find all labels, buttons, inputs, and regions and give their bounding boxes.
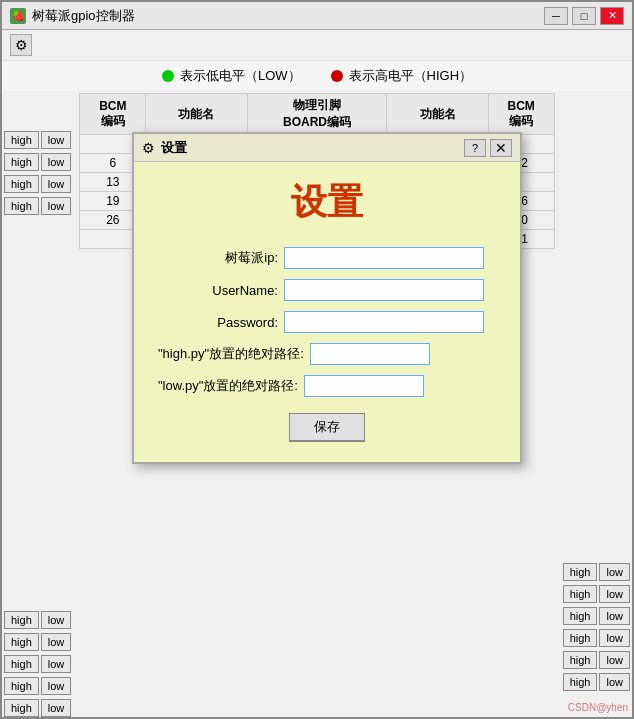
- high-button-left-6[interactable]: high: [4, 633, 39, 651]
- high-indicator-label: 表示高电平（HIGH）: [349, 67, 473, 85]
- high-button-right-2[interactable]: high: [563, 585, 598, 603]
- header-bcm-right: BCM编码: [488, 94, 554, 135]
- high-button-left-5[interactable]: high: [4, 611, 39, 629]
- ip-label: 树莓派ip:: [158, 249, 278, 267]
- save-button-row: 保存: [158, 413, 496, 442]
- high-button-left-8[interactable]: high: [4, 677, 39, 695]
- high-indicator: 表示高电平（HIGH）: [331, 67, 473, 85]
- low-button-left-1[interactable]: low: [41, 131, 72, 149]
- header-board: 物理引脚BOARD编码: [247, 94, 387, 135]
- low-button-left-3[interactable]: low: [41, 175, 72, 193]
- dialog-body: 设置 树莓派ip: UserName: Password: "high.py"放…: [134, 162, 520, 462]
- low-button-left-5[interactable]: low: [41, 611, 72, 629]
- dialog-help-button[interactable]: ?: [464, 139, 486, 157]
- username-input[interactable]: [284, 279, 484, 301]
- form-row-low-path: "low.py"放置的绝对路径:: [158, 375, 496, 397]
- dialog-title: 设置: [161, 139, 464, 157]
- low-button-right-4[interactable]: low: [599, 629, 630, 647]
- high-button-left-2[interactable]: high: [4, 153, 39, 171]
- low-indicator-label: 表示低电平（LOW）: [180, 67, 301, 85]
- high-button-right-6[interactable]: high: [563, 673, 598, 691]
- high-button-right-5[interactable]: high: [563, 651, 598, 669]
- low-button-right-5[interactable]: low: [599, 651, 630, 669]
- title-bar: 🍓 树莓派gpio控制器 ─ □ ✕: [2, 2, 632, 30]
- maximize-button[interactable]: □: [572, 7, 596, 25]
- password-label: Password:: [158, 315, 278, 330]
- high-button-left-7[interactable]: high: [4, 655, 39, 673]
- header-bcm-left: BCM编码: [80, 94, 146, 135]
- window-controls: ─ □ ✕: [544, 7, 624, 25]
- save-button[interactable]: 保存: [289, 413, 365, 442]
- low-button-right-3[interactable]: low: [599, 607, 630, 625]
- dialog-gear-icon: ⚙: [142, 140, 155, 156]
- window-title: 树莓派gpio控制器: [32, 7, 544, 25]
- username-label: UserName:: [158, 283, 278, 298]
- indicator-row: 表示低电平（LOW） 表示高电平（HIGH）: [2, 61, 632, 91]
- close-button[interactable]: ✕: [600, 7, 624, 25]
- dialog-close-button[interactable]: ✕: [490, 139, 512, 157]
- form-row-username: UserName:: [158, 279, 496, 301]
- ip-input[interactable]: [284, 247, 484, 269]
- low-button-right-1[interactable]: low: [599, 563, 630, 581]
- password-input[interactable]: [284, 311, 484, 333]
- low-button-left-2[interactable]: low: [41, 153, 72, 171]
- dialog-title-bar: ⚙ 设置 ? ✕: [134, 134, 520, 162]
- low-button-right-6[interactable]: low: [599, 673, 630, 691]
- settings-dialog: ⚙ 设置 ? ✕ 设置 树莓派ip: UserName: Password: "…: [132, 132, 522, 464]
- high-button-right-4[interactable]: high: [563, 629, 598, 647]
- high-button-right-3[interactable]: high: [563, 607, 598, 625]
- high-path-label: "high.py"放置的绝对路径:: [158, 345, 304, 363]
- led-red-dot: [331, 70, 343, 82]
- dialog-heading: 设置: [158, 178, 496, 227]
- form-row-high-path: "high.py"放置的绝对路径:: [158, 343, 496, 365]
- low-button-left-4[interactable]: low: [41, 197, 72, 215]
- low-indicator: 表示低电平（LOW）: [162, 67, 301, 85]
- toolbar: ⚙: [2, 30, 632, 61]
- low-button-left-8[interactable]: low: [41, 677, 72, 695]
- minimize-button[interactable]: ─: [544, 7, 568, 25]
- watermark: CSDN@yhen: [568, 702, 628, 713]
- main-window: 🍓 树莓派gpio控制器 ─ □ ✕ ⚙ 表示低电平（LOW） 表示高电平（HI…: [0, 0, 634, 719]
- low-button-left-6[interactable]: low: [41, 633, 72, 651]
- high-button-left-1[interactable]: high: [4, 131, 39, 149]
- high-button-left-3[interactable]: high: [4, 175, 39, 193]
- high-path-input[interactable]: [310, 343, 430, 365]
- header-func-left: 功能名: [146, 94, 247, 135]
- high-button-left-4[interactable]: high: [4, 197, 39, 215]
- form-row-ip: 树莓派ip:: [158, 247, 496, 269]
- low-button-right-2[interactable]: low: [599, 585, 630, 603]
- led-green-dot: [162, 70, 174, 82]
- low-button-left-9[interactable]: low: [41, 699, 72, 717]
- low-button-left-7[interactable]: low: [41, 655, 72, 673]
- app-icon: 🍓: [10, 8, 26, 24]
- high-button-left-9[interactable]: high: [4, 699, 39, 717]
- low-path-input[interactable]: [304, 375, 424, 397]
- high-button-right-1[interactable]: high: [563, 563, 598, 581]
- settings-icon[interactable]: ⚙: [10, 34, 32, 56]
- header-func-right: 功能名: [387, 94, 488, 135]
- low-path-label: "low.py"放置的绝对路径:: [158, 377, 298, 395]
- form-row-password: Password:: [158, 311, 496, 333]
